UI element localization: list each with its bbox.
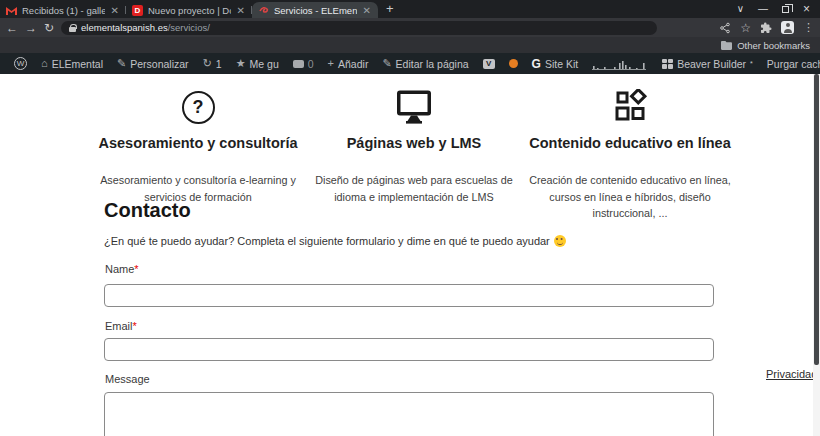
wp-admin-bar: ⌂ ELEmental ✎ Personalizar ↻ 1 ★ Me gu 0…	[0, 53, 820, 74]
toolbar-actions: ☆ ⋮	[719, 21, 814, 35]
add-new-label: Añadir	[338, 58, 368, 70]
contact-intro: ¿En qué te puedo ayudar? Completa el sig…	[104, 235, 566, 247]
lock-icon	[69, 27, 76, 32]
required-asterisk: *	[134, 263, 138, 275]
other-bookmarks-label: Other bookmarks	[737, 40, 810, 51]
close-icon[interactable]: ✕	[362, 5, 372, 16]
blocks-icon	[612, 89, 648, 125]
update-arrows-icon: ↻	[203, 58, 212, 69]
adminbar-beaver-builder[interactable]: Beaver Builder *	[656, 53, 759, 74]
pencil-icon: ✎	[117, 58, 126, 69]
name-input[interactable]	[104, 284, 714, 307]
grid-icon	[662, 59, 673, 69]
address-bar[interactable]: elementalspanish.es/servicios/	[61, 21, 657, 35]
wp-logo-menu[interactable]	[8, 53, 33, 74]
beaver-builder-label: Beaver Builder	[677, 58, 746, 70]
adminbar-updates[interactable]: ↻ 1	[197, 53, 228, 74]
forward-icon[interactable]: →	[25, 22, 37, 34]
tab-servicios-active[interactable]: Servicios - ELEmental ✕	[252, 2, 378, 18]
tab-domestika[interactable]: D Nuevo proyecto | Domestika ✕	[126, 2, 252, 18]
updates-count: 1	[216, 58, 222, 70]
browser-toolbar: ← → ↻ elementalspanish.es/servicios/ ☆ ⋮	[0, 18, 820, 37]
service-description: Diseño de páginas web para escuelas de i…	[307, 172, 522, 205]
google-g-icon: G	[532, 57, 541, 71]
question-circle-icon: ?	[182, 91, 215, 124]
close-window-icon[interactable]: ×	[803, 3, 810, 15]
gmail-icon	[6, 5, 17, 16]
service-title: Asesoramiento y consultoría	[90, 135, 306, 151]
comments-count: 0	[308, 58, 314, 70]
close-icon[interactable]: ✕	[236, 5, 246, 16]
window-controls: ∨ — ×	[727, 0, 820, 18]
minimize-icon[interactable]: —	[758, 4, 768, 14]
adminbar-status-dot[interactable]	[503, 53, 524, 74]
folder-icon	[721, 41, 732, 50]
service-content: Contenido educativo en línea Creación de…	[522, 86, 738, 222]
reload-icon[interactable]: ↻	[44, 22, 54, 34]
service-title: Contenido educativo en línea	[522, 135, 738, 151]
monitor-icon	[394, 89, 434, 126]
adminbar-add-new[interactable]: + Añadir	[322, 53, 375, 74]
v-badge-icon: V	[483, 59, 495, 69]
plus-icon: +	[328, 58, 334, 69]
email-field-label: Email*	[105, 320, 137, 332]
privacy-link[interactable]: Privacidad	[763, 367, 820, 381]
adminbar-site-kit[interactable]: G Site Kit	[526, 53, 585, 74]
email-input[interactable]	[104, 338, 714, 361]
contact-heading: Contacto	[104, 199, 191, 222]
service-web-lms: Páginas web y LMS Diseño de páginas web …	[306, 86, 522, 222]
chevron-down-icon[interactable]: ∨	[737, 4, 744, 14]
likes-label: Me gu	[250, 58, 279, 70]
purge-cache-label: Purgar caché de SG	[767, 58, 820, 70]
wordpress-logo-icon	[14, 57, 27, 70]
share-icon[interactable]	[719, 22, 731, 34]
contact-intro-text: ¿En qué te puedo ayudar? Completa el sig…	[104, 235, 550, 247]
adminbar-stats-sparkline[interactable]	[586, 53, 654, 74]
pencil-icon: ✎	[382, 58, 391, 69]
tab-title: Recibidos (1) - gallegolealjose@	[22, 5, 105, 16]
adminbar-comments[interactable]: 0	[287, 53, 320, 74]
required-asterisk: *	[133, 320, 137, 332]
star-icon: ★	[236, 58, 246, 69]
adminbar-site-name[interactable]: ⌂ ELEmental	[35, 53, 109, 74]
browser-tab-strip: Recibidos (1) - gallegolealjose@ ✕ D Nue…	[0, 0, 820, 18]
elemental-favicon	[258, 5, 269, 16]
profile-avatar[interactable]	[781, 21, 794, 34]
tab-title: Nuevo proyecto | Domestika	[148, 5, 231, 16]
restore-icon[interactable]	[782, 6, 789, 13]
sparkline-icon	[592, 58, 648, 70]
tab-title: Servicios - ELEmental	[274, 5, 357, 16]
orange-dot-icon	[509, 59, 518, 68]
new-tab-button[interactable]: +	[386, 1, 394, 17]
site-kit-label: Site Kit	[545, 58, 578, 70]
bookmarks-bar: Other bookmarks	[0, 37, 820, 53]
page-content: ? Asesoramiento y consultoría Asesoramie…	[0, 74, 820, 436]
smiley-emoji-icon	[554, 235, 566, 247]
beaver-builder-mark: *	[750, 60, 753, 67]
adminbar-likes[interactable]: ★ Me gu	[230, 53, 285, 74]
bookmark-star-icon[interactable]: ☆	[740, 21, 751, 35]
site-name-label: ELEmental	[52, 58, 103, 70]
service-title: Páginas web y LMS	[306, 135, 522, 151]
adminbar-customize[interactable]: ✎ Personalizar	[111, 53, 195, 74]
page-scrollbar[interactable]	[813, 74, 820, 436]
tab-gmail[interactable]: Recibidos (1) - gallegolealjose@ ✕	[0, 2, 126, 18]
close-icon[interactable]: ✕	[110, 5, 120, 16]
other-bookmarks-button[interactable]: Other bookmarks	[721, 40, 810, 51]
adminbar-v-plugin[interactable]: V	[477, 53, 501, 74]
scrollbar-thumb[interactable]	[814, 74, 819, 365]
menu-kebab-icon[interactable]: ⋮	[803, 21, 814, 34]
extensions-puzzle-icon[interactable]	[760, 22, 772, 34]
message-textarea[interactable]	[104, 392, 714, 436]
edit-page-label: Editar la página	[396, 58, 469, 70]
domestika-icon: D	[132, 5, 143, 16]
adminbar-purge-cache[interactable]: Purgar caché de SG	[761, 53, 820, 74]
name-field-label: Name*	[105, 263, 139, 275]
service-description: Creación de contenido educativo en línea…	[522, 172, 738, 222]
house-icon: ⌂	[41, 58, 48, 69]
comment-bubble-icon	[293, 60, 304, 68]
message-field-label: Message	[105, 373, 150, 385]
adminbar-edit-page[interactable]: ✎ Editar la página	[376, 53, 474, 74]
back-icon[interactable]: ←	[6, 22, 18, 34]
url-text: elementalspanish.es/servicios/	[81, 22, 210, 33]
